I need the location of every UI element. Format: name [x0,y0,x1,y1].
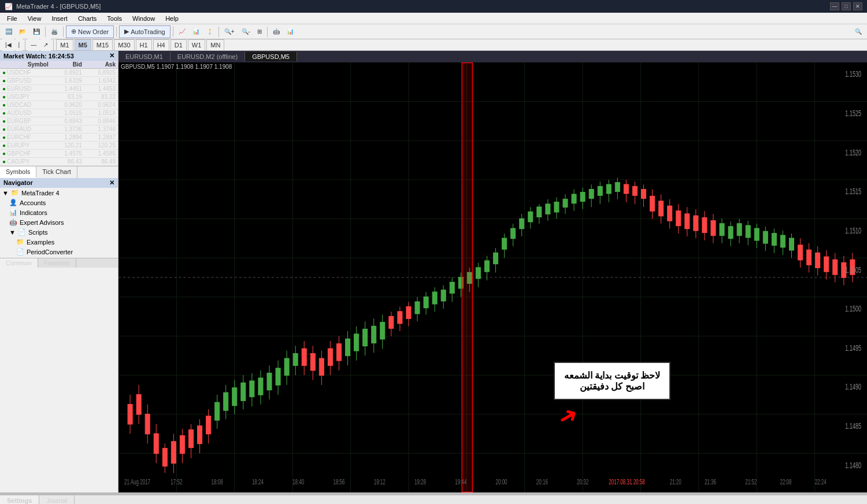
chart-tab-gbpusd-m5[interactable]: GBPUSD,M5 [245,52,297,61]
market-watch-row[interactable]: ●EURAUD 1.3736 1.3748 [0,125,118,134]
navigator-header: Navigator ✕ [0,178,118,188]
nav-tab-common[interactable]: Common [0,258,38,268]
chart-line-btn[interactable]: 📈 [176,25,188,38]
grid-btn[interactable]: ⊞ [254,25,265,38]
trend-tool-btn[interactable]: ↗ [40,39,51,51]
svg-rect-173 [780,235,785,247]
experts-btn[interactable]: 🤖 [270,25,283,38]
indicators-btn[interactable]: 📊 [284,25,297,38]
svg-text:1.1480: 1.1480 [845,460,861,470]
nav-item-scripts[interactable]: ▼ 📄 Scripts [0,227,118,237]
market-watch-row[interactable]: ●EURGBP 0.8843 0.8846 [0,117,118,125]
svg-text:21:20: 21:20 [670,477,681,486]
menu-file[interactable]: File [2,14,22,23]
chart-bar-btn[interactable]: 📊 [190,25,202,38]
svg-rect-117 [537,207,542,217]
period-w1[interactable]: W1 [188,39,206,51]
nav-item-accounts[interactable]: 👤 Accounts [0,198,118,207]
zoom-out-btn[interactable]: 🔍- [239,25,253,38]
svg-text:1.1500: 1.1500 [845,304,861,314]
menu-insert[interactable]: Insert [47,14,72,23]
period-m1[interactable]: M1 [56,39,73,51]
period-m30[interactable]: M30 [114,39,134,51]
svg-rect-125 [572,194,576,203]
chart-tabs: EURUSD,M1 EURUSD,M2 (offline) GBPUSD,M5 [118,51,867,62]
market-watch-row[interactable]: ●EURCHF 1.2894 1.2897 [0,134,118,142]
col-ask: Ask [84,61,118,69]
new-order-icon: ⊕ [71,28,76,35]
annotation-box: لاحظ توقيت بداية الشمعه اصبح كل دفيقتين [554,362,670,400]
svg-rect-83 [389,317,394,328]
tab-symbols[interactable]: Symbols [0,166,36,178]
svg-rect-93 [432,292,437,303]
svg-rect-183 [824,257,829,271]
svg-rect-103 [476,268,480,279]
maximize-button[interactable]: □ [842,2,851,10]
nav-item-experts[interactable]: 🤖 Expert Advisors [0,217,118,227]
title-bar-left: 📈 MetaTrader 4 - [GBPUSD,M5] [5,3,101,10]
col-symbol: Symbol [0,61,51,69]
sep6 [267,27,268,37]
menu-window[interactable]: Window [128,14,160,23]
auto-trading-button[interactable]: ▶ AutoTrading [119,25,171,38]
new-order-button[interactable]: ⊕ New Order [66,25,114,38]
bottom-tab-journal[interactable]: Journal [39,495,75,504]
svg-text:1.1515: 1.1515 [845,187,861,197]
tab-tick-chart[interactable]: Tick Chart [36,166,77,178]
period-h4[interactable]: H4 [153,39,169,51]
period-d1[interactable]: D1 [171,39,187,51]
svg-rect-47 [232,388,237,405]
period-h1[interactable]: H1 [136,39,152,51]
navigator: Navigator ✕ ▼ 📁 MetaTrader 4 👤 Accounts … [0,178,118,492]
period-m15[interactable]: M15 [92,39,113,51]
market-watch-close[interactable]: ✕ [109,52,114,60]
market-watch-row[interactable]: ●GBPCHF 1.4575 1.4585 [0,150,118,158]
period-m5[interactable]: M5 [75,39,91,51]
title-bar-controls[interactable]: — □ ✕ [830,2,862,10]
open-btn[interactable]: 📂 [16,25,29,38]
menu-view[interactable]: View [23,14,46,23]
market-watch-row[interactable]: ●EURUSD 1.4451 1.4453 [0,85,118,93]
svg-rect-131 [598,187,602,195]
chart-tab-eurusd-m2[interactable]: EURUSD,M2 (offline) [171,52,245,61]
market-watch-row[interactable]: ●GBPUSD 1.6339 1.6342 [0,77,118,85]
svg-rect-121 [554,202,559,212]
svg-rect-37 [188,430,193,447]
minimize-button[interactable]: — [830,2,839,10]
market-watch-row[interactable]: ●USDJPY 83.19 83.22 [0,93,118,101]
arrow-left-btn[interactable]: |◀ [2,39,14,51]
close-button[interactable]: ✕ [853,2,862,10]
print-btn[interactable]: 🖨️ [48,25,61,38]
new-btn[interactable]: 🆕 [2,25,15,38]
line-tool-btn[interactable]: — [28,39,39,51]
menu-charts[interactable]: Charts [73,14,101,23]
market-watch-row[interactable]: ●CADJPY 86.43 86.49 [0,158,118,166]
nav-item-indicators[interactable]: 📊 Indicators [0,207,118,217]
period-mn[interactable]: MN [206,39,224,51]
menu-tools[interactable]: Tools [102,14,127,23]
nav-tab-favorites[interactable]: Favorites [38,258,76,268]
chart-candle-btn[interactable]: 🕯️ [203,25,216,38]
svg-rect-145 [659,201,664,216]
svg-rect-169 [763,232,768,243]
save-btn[interactable]: 💾 [30,25,43,38]
svg-text:1.1485: 1.1485 [845,421,861,431]
nav-item-period-converter[interactable]: 📄 PeriodConverter [0,247,118,257]
navigator-close[interactable]: ✕ [109,179,114,187]
svg-rect-59 [284,358,289,375]
market-watch-row[interactable]: ●AUDUSD 1.0515 1.0518 [0,109,118,117]
market-watch-row[interactable]: ●USDCAD 0.9620 0.9624 [0,101,118,109]
market-watch-row[interactable]: ●USDCHF 0.8921 0.8925 [0,69,118,77]
svg-rect-53 [258,378,263,395]
market-watch-row[interactable]: ●EURJPY 120.21 120.25 [0,142,118,150]
nav-item-examples[interactable]: 📁 Examples [0,237,118,247]
svg-rect-65 [310,354,315,370]
menu-help[interactable]: Help [161,14,183,23]
bottom-tab-settings[interactable]: Settings [0,495,39,504]
svg-rect-45 [224,393,228,410]
nav-item-metatrader[interactable]: ▼ 📁 MetaTrader 4 [0,188,118,198]
arrow-up-btn[interactable]: | [16,39,23,51]
chart-tab-eurusd-m1[interactable]: EURUSD,M1 [118,52,171,61]
search-btn[interactable]: 🔍 [852,25,865,38]
zoom-in-btn[interactable]: 🔍+ [221,25,238,38]
